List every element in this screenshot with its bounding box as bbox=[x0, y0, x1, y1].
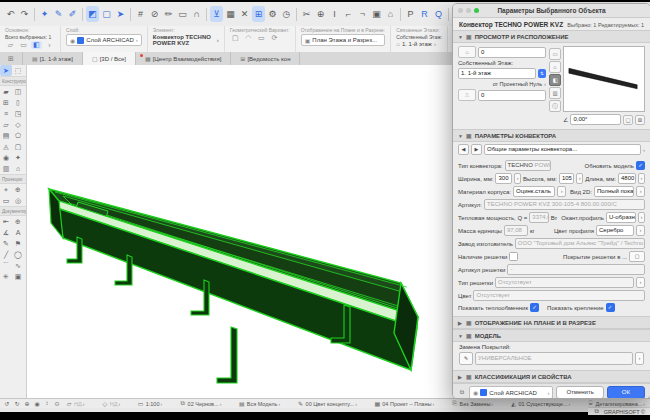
door-tool[interactable]: ◫ bbox=[12, 86, 24, 97]
next-page-button[interactable]: ▶ bbox=[471, 144, 482, 155]
section-view-location[interactable]: ▼ ▣ ПРОСМОТР И РАСПОЛОЖЕНИЕ bbox=[453, 30, 650, 43]
own-story-picker[interactable]: ⌂ 1. 1-й этаж › bbox=[396, 41, 442, 47]
material-select[interactable]: Оцинк.сталь bbox=[513, 186, 555, 197]
own-story-select[interactable]: 1. 1-й этаж bbox=[458, 68, 536, 79]
grid-snap-icon[interactable]: # bbox=[134, 6, 147, 22]
wall-tool[interactable]: ▰ bbox=[0, 86, 12, 97]
quick-option-pen-set[interactable]: ✎ 00 Цвет концепту... › bbox=[295, 400, 359, 407]
stair-tool[interactable]: ⬠ bbox=[12, 130, 24, 141]
mirror-x-button[interactable]: ⊠ bbox=[635, 115, 645, 125]
quick-option-structure-display[interactable]: ▤ Вся Модель › bbox=[236, 400, 282, 407]
preview-info-button[interactable]: ⓘ bbox=[549, 100, 561, 112]
line-tool[interactable]: ╱ bbox=[0, 249, 12, 260]
angle-dimension-tool[interactable]: ∡ bbox=[0, 227, 12, 238]
geometry-variant-4-icon[interactable]: ⟳ bbox=[269, 34, 280, 42]
plan-icon[interactable]: P bbox=[404, 6, 417, 22]
object-preview[interactable] bbox=[563, 46, 645, 112]
stepper-icon[interactable]: › bbox=[576, 173, 583, 184]
pan-icon[interactable]: ↕ bbox=[43, 400, 51, 407]
toolbox-group-construction[interactable]: Конструиро bbox=[0, 76, 26, 86]
height-field[interactable]: 105 bbox=[559, 173, 575, 184]
label-tool[interactable]: ✎ bbox=[0, 238, 12, 249]
settings-icon[interactable]: ⚙ bbox=[266, 6, 279, 22]
polyline-tool[interactable]: ⌒ bbox=[0, 260, 12, 271]
geometry-variant-2-icon[interactable]: ◠ bbox=[243, 34, 254, 42]
layer-picker[interactable]: ◉ Слой ARCHICAD › bbox=[66, 34, 142, 46]
story-offset-field[interactable]: 0 bbox=[478, 47, 546, 58]
geometry-variant-1-icon[interactable]: ▢ bbox=[230, 34, 241, 42]
schedule-icon[interactable]: ▦ bbox=[224, 6, 237, 22]
show-mount-checkbox[interactable] bbox=[606, 303, 615, 312]
sep[interactable] bbox=[130, 8, 131, 21]
hotspot-tool[interactable]: ✳ bbox=[0, 271, 12, 282]
spline-tool[interactable]: ∿ bbox=[12, 260, 24, 271]
sep[interactable] bbox=[400, 8, 401, 21]
lock-icon[interactable]: ∩ bbox=[190, 6, 203, 22]
preview-section-button[interactable]: ▥ bbox=[549, 87, 561, 99]
inject-parameters-icon[interactable]: ✐ bbox=[66, 6, 79, 22]
shell-tool[interactable]: ◇ bbox=[12, 119, 24, 130]
undo-icon[interactable]: ↶ bbox=[4, 6, 17, 22]
redo-icon[interactable]: ↷ bbox=[18, 6, 31, 22]
ok-button[interactable]: ОК bbox=[607, 386, 645, 399]
default-settings-icon[interactable]: ▱ bbox=[5, 41, 16, 49]
element-selection-icon[interactable]: ◩ bbox=[86, 6, 99, 22]
home-icon[interactable]: ⌂ bbox=[384, 6, 397, 22]
text-tool[interactable]: A bbox=[12, 227, 24, 238]
arrow-selection-icon[interactable]: ➤ bbox=[114, 6, 127, 22]
roof-tool[interactable]: ▱ bbox=[0, 119, 12, 130]
sep[interactable] bbox=[296, 8, 297, 21]
fillet-icon[interactable]: ¬ bbox=[356, 6, 369, 22]
detail-tool[interactable]: ◎ bbox=[12, 195, 24, 206]
stepper-icon[interactable]: › bbox=[557, 186, 566, 197]
cancel-button[interactable]: Отменить bbox=[556, 386, 603, 399]
grille-checkbox[interactable] bbox=[509, 252, 518, 261]
update-model-checkbox[interactable] bbox=[636, 161, 645, 170]
elevation-tool[interactable]: ⊕ bbox=[12, 184, 24, 195]
pickup-parameters-icon[interactable]: ✎ bbox=[52, 6, 65, 22]
dimension-tool[interactable]: ⇤ bbox=[0, 216, 12, 227]
favorites-icon[interactable]: ✦ bbox=[38, 6, 51, 22]
section-convector-params[interactable]: ▼ ▣ ПАРАМЕТРЫ КОНВЕКТОРА bbox=[453, 129, 650, 142]
curtain-wall-tool[interactable]: ▢ bbox=[12, 141, 24, 152]
section-plan-display[interactable]: ▶ ▣ ОТОБРАЖЕНИЕ НА ПЛАНЕ И В РАЗРЕЗЕ bbox=[453, 316, 650, 329]
mesh-tool[interactable]: ⌂ bbox=[12, 163, 24, 174]
magnify-icon[interactable]: ⊙ bbox=[53, 400, 61, 407]
image-icon[interactable]: ▣ bbox=[370, 6, 383, 22]
section-tool[interactable]: ⌖ bbox=[0, 184, 12, 195]
quick-option-scale[interactable]: ▭ 1:100 › bbox=[135, 400, 164, 407]
length-field[interactable]: 4800 bbox=[618, 173, 636, 184]
quick-option-renovation-filter[interactable]: ◭ 01 Существующе... › bbox=[507, 400, 572, 407]
rotation-angle-field[interactable]: 0,00° bbox=[570, 114, 621, 125]
toolbox-group-documentation[interactable]: Документир bbox=[0, 206, 26, 216]
autosave-icon[interactable]: ◷ bbox=[280, 6, 293, 22]
grille-cover-button[interactable]: ▢ bbox=[629, 251, 645, 262]
look-icon[interactable]: ◉ bbox=[33, 400, 41, 407]
prev-page-button[interactable]: ◀ bbox=[458, 144, 469, 155]
polygon-icon[interactable]: ▭ bbox=[176, 6, 189, 22]
object-tool[interactable]: ◉ bbox=[0, 152, 12, 163]
fill-tool[interactable]: ⚑ bbox=[12, 238, 24, 249]
tab-action-center[interactable]: ▦ [Центр Взаимодействия] bbox=[136, 52, 231, 65]
favorite-apply-icon[interactable]: ▭ bbox=[18, 41, 29, 49]
toolbox-group-projections[interactable]: Проекции bbox=[0, 174, 26, 184]
preview-front-button[interactable]: ⌂ bbox=[549, 61, 561, 73]
section-model[interactable]: ▼ ▣ МОДЕЛЬ bbox=[453, 329, 650, 342]
slab-tool[interactable]: ◳ bbox=[12, 108, 24, 119]
display-mode-button[interactable]: ▣ План Этажа и Разрез... bbox=[301, 34, 386, 46]
column-tool[interactable]: ▯ bbox=[12, 97, 24, 108]
tab-floor-plan[interactable]: ▤ [1. 1-й этаж] bbox=[23, 52, 83, 65]
reference-level-select[interactable]: от Проектный Нуль bbox=[493, 81, 542, 87]
sep[interactable] bbox=[448, 8, 449, 21]
render-icon[interactable]: R bbox=[418, 6, 431, 22]
zoom-extent-icon[interactable]: ⊕ bbox=[23, 400, 31, 407]
sep[interactable] bbox=[82, 8, 83, 21]
profile-select[interactable]: U-образный bbox=[606, 212, 636, 223]
section-classification[interactable]: ▶ ▣ КЛАССИФИКАЦИЯ И СВОЙСТВА bbox=[453, 370, 650, 383]
pen-icon[interactable]: ✏ bbox=[162, 6, 175, 22]
view2d-select[interactable]: Полный показ bbox=[594, 186, 634, 197]
quick-option-layer-combination[interactable]: ⧉ 02 Чернов... › bbox=[177, 400, 224, 407]
quick-option-na-2[interactable]: ◇ НД › bbox=[99, 400, 122, 407]
marquee-tool[interactable]: ⬚ bbox=[12, 65, 24, 76]
stepper-icon[interactable]: › bbox=[638, 212, 645, 223]
